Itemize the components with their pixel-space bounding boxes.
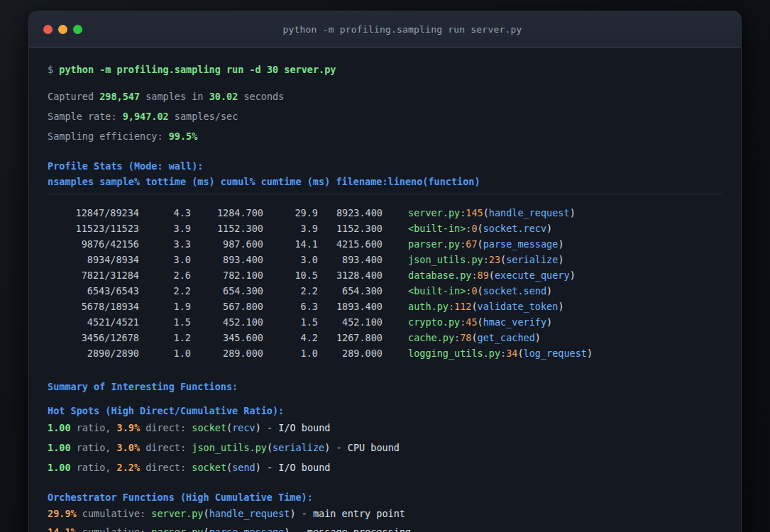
function-name: get_cached [478, 332, 535, 343]
table-row: 2890/28901.0289.0001.0289.000logging_uti… [48, 345, 722, 361]
line-number: 145 [466, 207, 483, 218]
location-cell: cache.py:78(get_cached) [383, 330, 722, 345]
nsamples-cell: 4521/4521 [48, 314, 139, 330]
efficiency-line: Sampling efficiency: 99.5% [48, 129, 722, 143]
close-button[interactable] [43, 25, 53, 34]
nsamples-cell: 6543/6543 [48, 283, 139, 299]
line-number: 34 [506, 348, 517, 359]
cumulative-pct: 29.9% [48, 508, 77, 519]
location-cell: auth.py:112(validate_token) [383, 299, 722, 314]
orchestrators-heading: Orchestrator Functions (High Cumulative … [48, 490, 722, 504]
function-name: handle_request [209, 508, 290, 519]
cumul-pct-cell: 29.9 [263, 205, 318, 221]
table-row: 3456/126781.2345.6004.21267.800cache.py:… [48, 330, 722, 345]
sample-pct-cell: 1.9 [139, 299, 191, 314]
cumul-pct-cell: 2.2 [263, 283, 318, 299]
filename: socket [192, 422, 226, 433]
cumul-pct-cell: 1.0 [263, 345, 318, 361]
filename: server.py [151, 508, 203, 519]
cumtime-cell: 289.000 [318, 345, 383, 361]
tottime-cell: 567.800 [191, 299, 263, 314]
tottime-cell: 452.100 [191, 314, 263, 330]
cumtime-cell: 893.400 [318, 252, 383, 267]
location-cell: database.py:89(execute_query) [383, 267, 722, 283]
filename: parser.py [408, 238, 460, 250]
captured-duration: 30.02 [209, 91, 238, 102]
function-name: handle_request [489, 207, 570, 218]
filename: crypto.py [408, 316, 460, 328]
shell-prompt: $ [48, 64, 53, 75]
sample-pct-cell: 4.3 [139, 205, 191, 221]
location-cell: json_utils.py:23(serialize) [383, 252, 722, 267]
hot-spots-heading: Hot Spots (High Direct/Cumulative Ratio)… [48, 404, 722, 418]
nsamples-cell: 7821/31284 [48, 267, 139, 283]
cumul-pct-cell: 10.5 [263, 267, 318, 283]
filename: auth.py [408, 301, 449, 312]
cumul-pct-cell: 3.9 [263, 221, 318, 236]
table-row: 8934/89343.0893.4003.0893.400json_utils.… [48, 252, 722, 267]
tottime-cell: 345.600 [191, 330, 263, 345]
sample-pct-cell: 3.0 [139, 252, 191, 267]
direct-pct: 2.2% [117, 462, 141, 473]
minimize-button[interactable] [58, 25, 67, 34]
line-number: 45 [466, 316, 477, 328]
function-name: validate_token [478, 301, 559, 312]
tottime-cell: 1284.700 [191, 205, 263, 221]
table-columns-header: nsamples sample% tottime (ms) cumul% cum… [48, 174, 722, 189]
cumtime-cell: 654.300 [318, 283, 383, 299]
sample-pct-cell: 1.0 [139, 345, 191, 361]
location-cell: server.py:145(handle_request) [383, 205, 722, 221]
ratio-value: 1.00 [48, 442, 71, 453]
function-name: send [232, 462, 255, 473]
nsamples-cell: 11523/11523 [48, 221, 139, 236]
filename: database.py [408, 270, 471, 281]
cumulative-pct: 14.1% [48, 526, 77, 532]
role-note: - message processing [296, 526, 412, 532]
captured-label: Captured [48, 91, 94, 102]
profile-stats-table: 12847/892344.31284.70029.98923.400server… [48, 205, 722, 361]
filename: <built-in> [408, 223, 466, 234]
window-title: python -m profiling.sampling run server.… [82, 24, 722, 35]
location-cell: <built-in>:0(socket.send) [383, 283, 722, 299]
cumul-pct-cell: 4.2 [263, 330, 318, 345]
function-name: log_request [524, 348, 587, 359]
orchestrator-line: 29.9% cumulative: server.py(handle_reque… [48, 504, 722, 523]
terminal-titlebar[interactable]: python -m profiling.sampling run server.… [29, 11, 741, 48]
role-note: - main entry point [302, 508, 405, 519]
tottime-cell: 987.600 [191, 236, 263, 252]
cumul-pct-cell: 1.5 [263, 314, 318, 330]
sample-pct-cell: 3.9 [139, 221, 191, 236]
table-row: 6543/65432.2654.3002.2654.300<built-in>:… [48, 283, 722, 299]
hot-spot-line: 1.00 ratio, 2.2% direct: socket(send) - … [48, 458, 722, 477]
line-number: 23 [489, 254, 500, 265]
terminal-window: python -m profiling.sampling run server.… [28, 11, 742, 532]
filename: socket [192, 462, 226, 473]
table-row: 7821/312842.6782.10010.53128.400database… [48, 267, 722, 283]
sample-pct-cell: 2.2 [139, 283, 191, 299]
efficiency-label: Sampling efficiency: [48, 131, 163, 142]
capture-summary: Captured 298,547 samples in 30.02 second… [48, 89, 722, 104]
filename: json_utils.py [192, 442, 267, 453]
cumtime-cell: 3128.400 [318, 267, 383, 283]
sample-pct-cell: 1.5 [139, 314, 191, 330]
sample-pct-cell: 3.3 [139, 236, 191, 252]
cumtime-cell: 452.100 [318, 314, 383, 330]
terminal-output[interactable]: $ python -m profiling.sampling run -d 30… [29, 48, 741, 532]
location-cell: crypto.py:45(hmac_verify) [383, 314, 722, 330]
window-controls [43, 25, 82, 34]
line-number: 89 [478, 270, 489, 281]
table-row: 4521/45211.5452.1001.5452.100crypto.py:4… [48, 314, 722, 330]
table-row: 11523/115233.91152.3003.91152.300<built-… [48, 221, 722, 236]
sample-pct-cell: 2.6 [139, 267, 191, 283]
location-cell: parser.py:67(parse_message) [383, 236, 722, 252]
table-row: 12847/892344.31284.70029.98923.400server… [48, 205, 722, 221]
line-number: 112 [454, 301, 471, 312]
zoom-button[interactable] [73, 25, 82, 34]
filename: logging_utils.py [408, 348, 500, 359]
cumul-pct-cell: 14.1 [263, 236, 318, 252]
table-row: 9876/421563.3987.60014.14215.600parser.p… [48, 236, 722, 252]
hot-spot-line: 1.00 ratio, 3.0% direct: json_utils.py(s… [48, 438, 722, 458]
efficiency-value: 99.5% [169, 131, 198, 142]
nsamples-cell: 2890/2890 [48, 345, 139, 361]
nsamples-cell: 3456/12678 [48, 330, 139, 345]
